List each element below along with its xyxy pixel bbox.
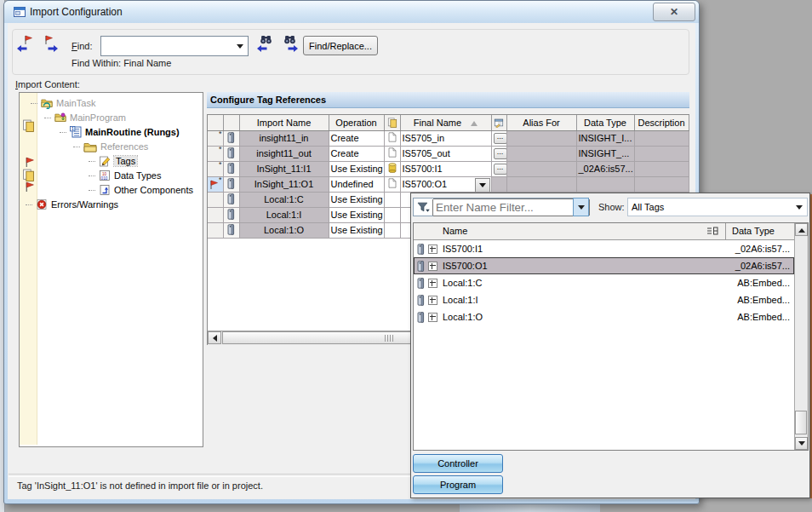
tree-connector bbox=[89, 190, 95, 191]
tree-item-tags[interactable]: Tags bbox=[89, 154, 137, 168]
tag-icon-header[interactable] bbox=[223, 115, 239, 130]
browse-button[interactable]: ... bbox=[494, 164, 507, 175]
tag-icon bbox=[417, 312, 425, 323]
browse-button[interactable]: ... bbox=[494, 148, 507, 159]
alias-for-cell bbox=[506, 130, 576, 146]
find-next-button[interactable] bbox=[281, 35, 301, 54]
operation-cell[interactable]: Undefined bbox=[329, 176, 384, 192]
tag-name: Local:1:C bbox=[443, 278, 482, 288]
data-type-column-header[interactable]: Data Type bbox=[732, 226, 775, 236]
tree-item-other-components[interactable]: Other Components bbox=[89, 183, 193, 197]
tag-list-item[interactable]: Local:1:C AB:Embed... bbox=[414, 274, 794, 291]
expand-icon[interactable] bbox=[428, 244, 437, 254]
tree-connector bbox=[89, 175, 95, 176]
expand-icon[interactable] bbox=[428, 262, 437, 271]
final-name-cell[interactable]: IS5700:I1 bbox=[400, 161, 491, 176]
tree-connector bbox=[60, 132, 66, 133]
find-replace-button[interactable]: Find/Replace... bbox=[303, 36, 378, 55]
close-button[interactable]: ✕ bbox=[653, 3, 695, 21]
binoculars-icon bbox=[283, 35, 296, 44]
tag-list-item-selected[interactable]: IS5700:O1 _02A6:is57... bbox=[414, 257, 794, 274]
open-tag-picker-button[interactable] bbox=[475, 178, 490, 193]
tree-item-mainprogram[interactable]: MainProgram bbox=[44, 111, 126, 124]
row-selector[interactable] bbox=[208, 192, 223, 207]
goto-next-flag-button[interactable] bbox=[41, 35, 61, 54]
operation-cell[interactable]: Use Existing bbox=[329, 207, 384, 222]
column-header-data-type[interactable]: Data Type bbox=[576, 115, 634, 130]
final-name-cell[interactable]: IS5705_in bbox=[400, 130, 491, 146]
flag-icon bbox=[24, 157, 35, 168]
browse-button[interactable]: ... bbox=[494, 133, 507, 144]
tag-list-item[interactable]: Local:1:I AB:Embed... bbox=[414, 291, 794, 308]
copy-pages-icon bbox=[22, 119, 35, 132]
column-header-import-name[interactable]: Import Name bbox=[239, 115, 329, 130]
tag-cell bbox=[223, 207, 239, 222]
filter-funnel-icon[interactable] bbox=[417, 202, 430, 213]
app-icon bbox=[14, 6, 26, 18]
tag-data-type: _02A6:is57... bbox=[725, 244, 790, 254]
tag-list-scrollbar[interactable] bbox=[794, 223, 808, 450]
row-selector[interactable]: * bbox=[208, 146, 223, 161]
operation-cell[interactable]: Create bbox=[329, 130, 384, 146]
column-header-final-name[interactable]: Final Name bbox=[400, 115, 491, 130]
show-combobox[interactable]: All Tags bbox=[627, 198, 808, 216]
expand-icon[interactable] bbox=[428, 279, 437, 288]
column-header-alias-for[interactable]: Alias For bbox=[506, 115, 576, 130]
flag-icon bbox=[209, 180, 219, 190]
arrow-left-icon bbox=[209, 335, 217, 342]
row-selector[interactable]: * bbox=[208, 130, 223, 146]
operation-cell[interactable]: Create bbox=[329, 146, 384, 161]
column-options-icon[interactable] bbox=[706, 227, 718, 235]
row-selector-header[interactable] bbox=[208, 115, 223, 130]
find-previous-button[interactable] bbox=[257, 35, 277, 54]
final-name-cell[interactable]: IS5705_out bbox=[400, 146, 491, 161]
row-selector[interactable] bbox=[208, 207, 223, 222]
find-combobox[interactable] bbox=[100, 36, 249, 56]
find-input[interactable] bbox=[101, 37, 235, 55]
name-filter-input[interactable] bbox=[432, 198, 590, 216]
column-header-operation[interactable]: Operation bbox=[329, 115, 384, 130]
row-selector[interactable] bbox=[208, 222, 223, 238]
tag-cell bbox=[223, 192, 239, 207]
tree-item-data-types[interactable]: Data Types bbox=[89, 169, 161, 182]
dialog-titlebar[interactable]: Import Configuration ✕ bbox=[4, 1, 699, 23]
program-scope-button[interactable]: Program bbox=[413, 475, 503, 494]
tree-item-errors-warnings[interactable]: Errors/Warnings bbox=[26, 198, 118, 211]
operation-cell[interactable]: Use Existing bbox=[329, 161, 384, 176]
row-selector[interactable]: * bbox=[208, 161, 223, 176]
scroll-up-button[interactable] bbox=[795, 223, 808, 236]
goto-previous-flag-button[interactable] bbox=[17, 35, 37, 54]
chevron-down-icon[interactable] bbox=[237, 44, 243, 52]
properties-icon bbox=[494, 118, 504, 128]
column-divider[interactable] bbox=[725, 223, 726, 239]
filter-dropdown-button[interactable] bbox=[573, 198, 589, 216]
column-header-description[interactable]: Description bbox=[634, 115, 689, 130]
tag-list-item[interactable]: Local:1:O AB:Embed... bbox=[414, 308, 794, 325]
name-filter-box[interactable] bbox=[413, 198, 573, 216]
operation-cell[interactable]: Use Existing bbox=[329, 192, 384, 207]
expand-icon[interactable] bbox=[428, 296, 437, 305]
column-header-properties[interactable] bbox=[491, 115, 506, 130]
tree-item-references[interactable]: References bbox=[73, 140, 148, 153]
tree-item-maintask[interactable]: MainTask bbox=[31, 96, 95, 110]
arrow-right-icon bbox=[48, 45, 58, 52]
row-selector[interactable]: * bbox=[208, 176, 223, 192]
scrollbar-thumb[interactable] bbox=[795, 411, 807, 434]
final-icon-cell bbox=[384, 146, 400, 161]
expand-icon[interactable] bbox=[428, 313, 437, 322]
operation-cell[interactable]: Use Existing bbox=[329, 222, 384, 238]
controller-scope-button[interactable]: Controller bbox=[413, 454, 503, 473]
scroll-down-button[interactable] bbox=[795, 437, 808, 450]
final-name-edit-cell[interactable]: IS5700:O1 bbox=[400, 176, 491, 192]
tag-icon bbox=[227, 147, 235, 158]
name-column-header[interactable]: Name bbox=[443, 226, 467, 236]
table-row: * insight11_out Create IS5705_out ... IN… bbox=[208, 146, 689, 161]
column-header-final-icon[interactable] bbox=[384, 115, 400, 130]
scrollbar-thumb[interactable] bbox=[222, 331, 411, 344]
scroll-left-button[interactable] bbox=[208, 331, 221, 344]
description-cell bbox=[634, 176, 689, 192]
chevron-down-icon bbox=[578, 205, 585, 213]
tag-list-item[interactable]: IS5700:I1 _02A6:is57... bbox=[414, 240, 794, 257]
tree-item-mainroutine[interactable]: MainRoutine (Rungs) bbox=[60, 125, 180, 139]
tag-cell bbox=[223, 146, 239, 161]
